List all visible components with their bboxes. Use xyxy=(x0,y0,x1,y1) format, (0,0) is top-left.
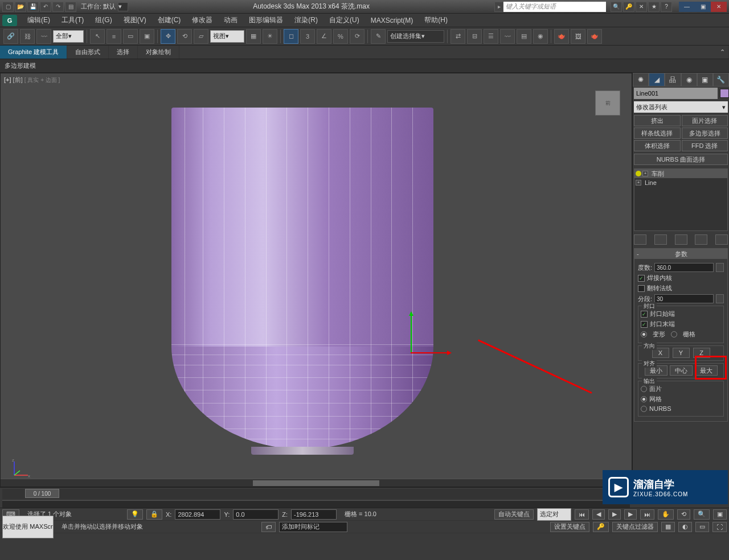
select-region-icon[interactable]: ▭ xyxy=(123,29,138,44)
maximize-button[interactable]: ▣ xyxy=(695,2,711,12)
mod-extrude-button[interactable]: 挤出 xyxy=(634,115,681,126)
unique-icon[interactable] xyxy=(675,234,687,245)
weld-checkbox[interactable]: ✓ xyxy=(638,275,645,282)
binoculars-icon[interactable]: 🔍 xyxy=(611,2,622,12)
cp-tab-hierarchy-icon[interactable]: 品 xyxy=(665,73,681,87)
mod-nurbssel-button[interactable]: NURBS 曲面选择 xyxy=(634,154,728,165)
coord-x-input[interactable]: 2802.894 xyxy=(175,509,220,520)
cp-tab-motion-icon[interactable]: ◉ xyxy=(681,73,697,87)
material-icon[interactable]: ◉ xyxy=(533,29,548,44)
pivot-icon[interactable]: ▦ xyxy=(246,29,261,44)
timetag-icon[interactable]: 🏷 xyxy=(261,522,276,532)
app-menu-icon[interactable]: G xyxy=(2,15,17,26)
bind-icon[interactable]: 〰 xyxy=(36,29,51,44)
playback-play-icon[interactable]: ▶ xyxy=(608,509,621,520)
setkey-button[interactable]: 设置关键点 xyxy=(550,522,589,532)
gizmo-x-axis[interactable] xyxy=(411,352,450,353)
viewport-scrollbar-h[interactable] xyxy=(1,479,632,487)
qat-project-icon[interactable]: ▤ xyxy=(65,2,76,12)
lock-selection-icon[interactable]: 💡 xyxy=(127,509,143,520)
grid-radio[interactable] xyxy=(671,331,677,337)
spinner-arrows-icon[interactable] xyxy=(716,294,724,303)
rendered-frame-icon[interactable]: 🖼 xyxy=(571,29,585,44)
nav-pan-icon[interactable]: ✋ xyxy=(658,509,674,520)
snap-toggle-icon[interactable]: ◻ xyxy=(284,29,298,44)
capend-checkbox[interactable]: ✓ xyxy=(641,321,648,328)
percent-snap-icon[interactable]: % xyxy=(333,29,348,44)
minimize-button[interactable]: — xyxy=(679,2,695,12)
menu-grapheditors[interactable]: 图形编辑器 xyxy=(243,14,289,27)
unlink-icon[interactable]: ⛓ xyxy=(20,29,35,44)
segments-spinner[interactable]: 30 xyxy=(654,294,714,303)
output-patch-radio[interactable] xyxy=(641,386,647,392)
nav-region-icon[interactable]: ▭ xyxy=(695,522,709,532)
scale-icon[interactable]: ▱ xyxy=(194,29,208,44)
stack-line[interactable]: +Line xyxy=(634,178,727,187)
expand-icon[interactable]: + xyxy=(642,171,648,176)
qat-save-icon[interactable]: 💾 xyxy=(27,2,39,12)
welcome-panel[interactable]: 欢迎使用 MAXScr xyxy=(2,516,54,538)
pin-stack-icon[interactable] xyxy=(634,234,646,245)
output-nurbs-radio[interactable] xyxy=(641,406,647,412)
timetag-input[interactable]: 添加时间标记 xyxy=(279,522,347,532)
playback-next-icon[interactable]: ▶ xyxy=(624,509,637,520)
key-big-icon[interactable]: 🔑 xyxy=(593,522,609,532)
align-max-button[interactable]: 最大 xyxy=(695,365,718,376)
menu-animation[interactable]: 动画 xyxy=(218,14,243,27)
params-rollout-header[interactable]: -参数 xyxy=(634,249,727,259)
menu-group[interactable]: 组(G) xyxy=(89,14,117,27)
schematic-icon[interactable]: ▤ xyxy=(517,29,531,44)
lock-icon[interactable]: 🔒 xyxy=(146,509,162,520)
nav-maxview-icon[interactable]: ▣ xyxy=(713,509,727,520)
mod-volsel-button[interactable]: 体积选择 xyxy=(634,140,681,151)
menu-help[interactable]: 帮助(H) xyxy=(419,14,453,27)
coord-y-input[interactable]: 0.0 xyxy=(233,509,279,520)
menu-modifiers[interactable]: 修改器 xyxy=(186,14,218,27)
qat-redo-icon[interactable]: ↷ xyxy=(52,2,64,12)
select-icon[interactable]: ↖ xyxy=(90,29,105,44)
edit-selectionset-icon[interactable]: ✎ xyxy=(371,29,386,44)
curveeditor-icon[interactable]: 〰 xyxy=(500,29,515,44)
nav-orbit-icon[interactable]: ⟲ xyxy=(677,509,690,520)
mod-polysel-button[interactable]: 多边形选择 xyxy=(682,127,728,139)
playback-prev-icon[interactable]: ◀ xyxy=(592,509,605,520)
modifier-stack[interactable]: +车削 +Line xyxy=(634,168,728,231)
angle-snap-icon[interactable]: ∠ xyxy=(317,29,331,44)
coord-z-input[interactable]: -196.213 xyxy=(291,509,337,520)
spinner-arrows-icon[interactable] xyxy=(716,263,724,272)
viewport[interactable]: [+] [前] [ 真实 + 边面 ] 前 zx xyxy=(0,73,632,487)
align-icon[interactable]: ⊟ xyxy=(467,29,482,44)
output-mesh-radio[interactable] xyxy=(641,396,647,402)
object-name-input[interactable]: Line001 xyxy=(634,88,718,99)
star-icon[interactable]: ★ xyxy=(648,2,660,12)
align-center-button[interactable]: 中心 xyxy=(670,365,693,376)
ribbon-tab-freeform[interactable]: 自由形式 xyxy=(67,46,109,59)
viewcube[interactable]: 前 xyxy=(595,90,620,116)
layers-icon[interactable]: ☰ xyxy=(484,29,498,44)
ribbon-tab-objectpaint[interactable]: 对象绘制 xyxy=(138,46,179,59)
lightbulb-icon[interactable] xyxy=(636,171,641,176)
expand-icon[interactable]: + xyxy=(636,180,641,186)
selection-filter-dropdown[interactable]: 全部 ▾ xyxy=(53,30,84,43)
select-name-icon[interactable]: ≡ xyxy=(107,29,121,44)
exchange-icon[interactable]: ✕ xyxy=(636,2,647,12)
workspace-dropdown-icon[interactable]: ▾ xyxy=(118,2,128,11)
render-setup-icon[interactable]: 🫖 xyxy=(554,29,569,44)
remove-mod-icon[interactable] xyxy=(695,234,707,245)
close-button[interactable]: ✕ xyxy=(711,2,727,12)
playback-start-icon[interactable]: ⏮ xyxy=(575,509,589,520)
configure-icon[interactable] xyxy=(715,234,728,245)
viewport-label[interactable]: [+] [前] [ 真实 + 边面 ] xyxy=(4,76,60,84)
search-input[interactable]: 键入关键字或短语 xyxy=(503,2,606,12)
menu-create[interactable]: 创建(C) xyxy=(152,14,187,27)
modifier-list-dropdown[interactable]: 修改器列表▾ xyxy=(634,101,728,113)
named-selection-dropdown[interactable]: 创建选择集 ▾ xyxy=(387,30,444,43)
axis-y-button[interactable]: Y xyxy=(673,348,690,358)
object-color-swatch[interactable] xyxy=(720,89,729,98)
menu-customize[interactable]: 自定义(U) xyxy=(323,14,365,27)
move-icon[interactable]: ✥ xyxy=(161,29,175,44)
autokey-button[interactable]: 自动关键点 xyxy=(494,509,534,520)
cp-tab-create-icon[interactable]: ✺ xyxy=(633,73,649,87)
keyfilter-button[interactable]: 关键点过滤器 xyxy=(612,522,658,532)
nav-zoom-icon[interactable]: 🔍 xyxy=(694,509,710,520)
